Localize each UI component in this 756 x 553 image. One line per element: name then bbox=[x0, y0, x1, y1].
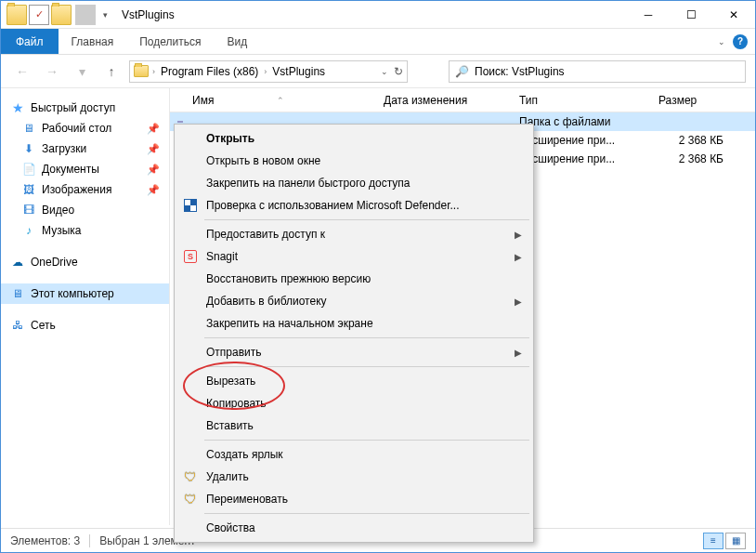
separator bbox=[204, 366, 529, 367]
nav-back-button[interactable]: ← bbox=[10, 59, 34, 84]
menu-pin-start[interactable]: Закрепить на начальном экране bbox=[176, 312, 531, 335]
address-history-icon[interactable]: ⌄ bbox=[381, 67, 388, 76]
close-button[interactable]: ✕ bbox=[712, 1, 755, 29]
titlebar: ✓ ▾ VstPlugins ─ ☐ ✕ bbox=[1, 1, 755, 29]
menu-defender-scan[interactable]: Проверка с использованием Microsoft Defe… bbox=[176, 194, 531, 217]
menu-open[interactable]: Открыть bbox=[176, 127, 531, 150]
window-title: VstPlugins bbox=[116, 8, 175, 21]
search-input[interactable]: 🔍 Поиск: VstPlugins bbox=[449, 60, 746, 83]
separator bbox=[204, 440, 529, 441]
separator bbox=[204, 337, 529, 338]
network-icon: 🖧 bbox=[10, 318, 25, 333]
separator bbox=[89, 534, 90, 547]
col-name[interactable]: Имя⌃ bbox=[170, 94, 384, 107]
breadcrumb[interactable]: Program Files (x86) bbox=[159, 65, 260, 78]
chevron-right-icon: ▶ bbox=[515, 230, 522, 240]
sidebar-item-music[interactable]: ♪Музыка bbox=[1, 220, 169, 241]
folder-icon bbox=[134, 64, 149, 79]
menu-restore-version[interactable]: Восстановить прежнюю версию bbox=[176, 268, 531, 290]
menu-add-library[interactable]: Добавить в библиотеку▶ bbox=[176, 290, 531, 312]
address-bar[interactable]: › Program Files (x86) › VstPlugins ⌄ ↻ bbox=[129, 60, 408, 83]
menu-delete[interactable]: 🛡Удалить bbox=[176, 466, 531, 488]
menu-copy[interactable]: Копировать bbox=[176, 392, 531, 415]
qat-folder-icon[interactable] bbox=[51, 5, 72, 25]
selection-edge bbox=[177, 121, 183, 123]
chevron-right-icon: ▶ bbox=[515, 296, 522, 307]
tab-share[interactable]: Поделиться bbox=[126, 29, 214, 54]
refresh-icon[interactable]: ↻ bbox=[394, 65, 403, 78]
defender-icon bbox=[182, 197, 199, 214]
search-placeholder: Поиск: VstPlugins bbox=[475, 65, 565, 78]
menu-cut[interactable]: Вырезать bbox=[176, 370, 531, 392]
sidebar-onedrive[interactable]: ☁OneDrive bbox=[1, 252, 169, 272]
sidebar-item-desktop[interactable]: 🖥Рабочий стол📌 bbox=[1, 118, 169, 138]
snagit-icon: S bbox=[182, 248, 199, 265]
sidebar-item-images[interactable]: 🖼Изображения📌 bbox=[1, 179, 169, 200]
sidebar-network[interactable]: 🖧Сеть bbox=[1, 315, 169, 336]
pin-icon: 📌 bbox=[147, 184, 160, 196]
sidebar: ★ Быстрый доступ 🖥Рабочий стол📌 ⬇Загрузк… bbox=[1, 88, 170, 525]
breadcrumb[interactable]: VstPlugins bbox=[270, 65, 327, 78]
shield-icon: 🛡 bbox=[182, 491, 199, 507]
pin-icon: 📌 bbox=[147, 143, 160, 155]
search-icon: 🔍 bbox=[455, 65, 469, 78]
tab-home[interactable]: Главная bbox=[59, 29, 127, 54]
star-icon: ★ bbox=[10, 100, 25, 115]
chevron-right-icon[interactable]: › bbox=[152, 67, 155, 76]
folder-icon bbox=[7, 5, 27, 25]
sort-asc-icon: ⌃ bbox=[277, 96, 284, 105]
separator bbox=[204, 513, 529, 514]
col-date[interactable]: Дата изменения bbox=[384, 94, 519, 107]
chevron-right-icon: ▶ bbox=[515, 348, 522, 358]
download-icon: ⬇ bbox=[21, 141, 36, 156]
nav-forward-button[interactable]: → bbox=[40, 59, 64, 84]
separator bbox=[204, 219, 529, 220]
minimize-button[interactable]: ─ bbox=[627, 1, 670, 29]
chevron-right-icon[interactable]: › bbox=[264, 67, 267, 76]
menu-rename[interactable]: 🛡Переименовать bbox=[176, 488, 531, 510]
chevron-right-icon: ▶ bbox=[515, 252, 522, 262]
menu-pin-quick-access[interactable]: Закрепить на панели быстрого доступа bbox=[176, 172, 531, 194]
nav-history-button[interactable]: ▾ bbox=[70, 59, 94, 84]
menu-open-new-window[interactable]: Открыть в новом окне bbox=[176, 150, 531, 172]
help-icon[interactable]: ? bbox=[733, 34, 748, 49]
qat-checkbox-icon[interactable]: ✓ bbox=[29, 5, 49, 25]
context-menu: Открыть Открыть в новом окне Закрепить н… bbox=[174, 124, 534, 543]
sidebar-item-downloads[interactable]: ⬇Загрузки📌 bbox=[1, 138, 169, 159]
sidebar-item-documents[interactable]: 📄Документы📌 bbox=[1, 159, 169, 179]
tab-view[interactable]: Вид bbox=[214, 29, 260, 54]
sidebar-item-videos[interactable]: 🎞Видео bbox=[1, 200, 169, 220]
menu-send-to[interactable]: Отправить▶ bbox=[176, 341, 531, 363]
maximize-button[interactable]: ☐ bbox=[670, 1, 712, 29]
nav-up-button[interactable]: ↑ bbox=[99, 59, 124, 84]
status-count: Элементов: 3 bbox=[10, 534, 80, 547]
pc-icon: 🖥 bbox=[10, 286, 25, 301]
qat-more-icon[interactable]: ▾ bbox=[99, 5, 111, 25]
sidebar-quick-access[interactable]: ★ Быстрый доступ bbox=[1, 98, 169, 118]
images-icon: 🖼 bbox=[21, 182, 36, 197]
col-size[interactable]: Размер bbox=[658, 94, 733, 107]
view-icons-button[interactable]: ▦ bbox=[725, 533, 746, 549]
menu-grant-access[interactable]: Предоставить доступ к▶ bbox=[176, 223, 531, 245]
desktop-icon: 🖥 bbox=[21, 121, 36, 136]
tab-file[interactable]: Файл bbox=[1, 29, 59, 54]
pin-icon: 📌 bbox=[147, 123, 160, 135]
sidebar-this-pc[interactable]: 🖥Этот компьютер bbox=[1, 283, 169, 304]
music-icon: ♪ bbox=[21, 223, 36, 238]
shield-icon: 🛡 bbox=[182, 468, 199, 485]
column-headers: Имя⌃ Дата изменения Тип Размер bbox=[170, 88, 755, 112]
col-type[interactable]: Тип bbox=[519, 94, 658, 107]
video-icon: 🎞 bbox=[21, 203, 36, 217]
menu-paste[interactable]: Вставить bbox=[176, 415, 531, 437]
ribbon-expand-icon[interactable]: ⌄ bbox=[718, 37, 725, 46]
nav-row: ← → ▾ ↑ › Program Files (x86) › VstPlugi… bbox=[1, 55, 755, 88]
menu-snagit[interactable]: SSnagit▶ bbox=[176, 245, 531, 268]
ribbon: Файл Главная Поделиться Вид ⌄ ? bbox=[1, 29, 755, 55]
view-details-button[interactable]: ≡ bbox=[703, 533, 723, 549]
menu-properties[interactable]: Свойства bbox=[176, 517, 531, 539]
menu-create-shortcut[interactable]: Создать ярлык bbox=[176, 443, 531, 466]
cloud-icon: ☁ bbox=[10, 255, 25, 270]
separator bbox=[75, 5, 96, 25]
pin-icon: 📌 bbox=[147, 164, 160, 176]
document-icon: 📄 bbox=[21, 162, 36, 177]
